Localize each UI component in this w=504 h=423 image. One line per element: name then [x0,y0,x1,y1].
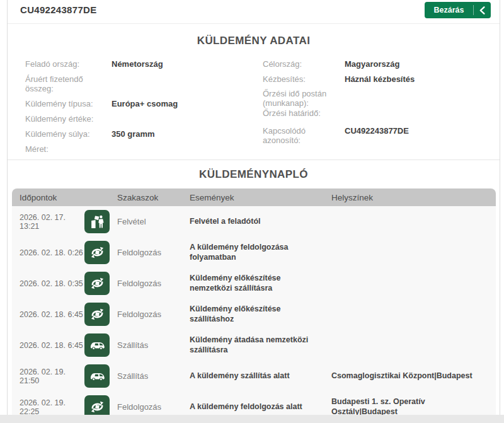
stage-icon-cell [84,272,117,295]
shipment-log-table: Időpontok Szakaszok Események Helyszínek… [12,188,496,415]
field-label: Feladó ország: [25,59,112,69]
stage-label: Feldolgozás [117,310,190,319]
field-label: Küldemény típusa: [25,99,112,108]
event-location: Csomaglogisztikai Központ|Budapest [331,371,496,381]
event-timestamp: 2026. 02. 19. 22:25 [20,398,84,415]
data-field-row: Küldemény súlya: 350 gramm [25,129,263,139]
field-value: Németország [112,59,163,69]
stage-label: Szállítás [117,371,190,381]
event-description: Küldemény átadása nemzetközi szállításra [190,335,331,355]
stage-label: Szállítás [117,340,190,350]
stage-icon-cell [84,395,117,415]
shipment-log-title: KÜLDEMÉNYNAPLÓ [8,168,500,181]
field-value: 350 gramm [112,129,155,139]
data-field-row: Őrzési idő postán (munkanap): [263,90,487,108]
pickup-icon [84,210,110,233]
log-table-body: 2026. 02. 17. 13:21 Felvétel Felvétel a … [12,206,496,415]
event-timestamp: 2026. 02. 19. 21:50 [20,368,84,385]
stage-label: Feldolgozás [117,402,190,412]
shipment-data-title: KÜLDEMÉNY ADATAI [8,35,500,47]
event-description: Küldemény előkészítése szállításhoz [190,304,331,324]
table-row: 2026. 02. 18. 6:45 Szállítás Küldemény á… [12,330,496,361]
field-label: Őrzési idő postán (munkanap): [263,90,345,108]
data-field-row: Kézbesítés: Háznál kézbesítés [263,74,487,84]
field-label: Küldemény értéke: [25,114,112,124]
data-field-row: Küldemény értéke: [25,114,263,124]
field-value: Háznál kézbesítés [345,74,415,84]
table-row: 2026. 02. 17. 13:21 Felvétel Felvétel a … [12,206,496,237]
data-field-row: Küldemény típusa: Európa+ csomag [25,99,263,108]
event-description: A küldemény feldolgozása folyamatban [190,243,331,262]
field-label: Célország: [263,59,345,69]
field-label: Méret: [25,144,112,154]
stage-label: Feldolgozás [117,279,190,288]
field-label: Kézbesítés: [263,74,345,84]
stage-icon-cell [84,303,117,326]
processing-icon [84,303,110,326]
section-divider [8,159,500,160]
shipment-left-column: Feladó ország: Németország Áruért fizete… [25,59,263,159]
stage-icon-cell [84,241,117,264]
event-description: A küldemény feldolgozás alatt [190,402,331,412]
event-timestamp: 2026. 02. 18. 6:45 [20,310,84,319]
stage-icon-cell [84,210,117,233]
data-field-row: Célország: Magyarország [263,59,487,69]
event-description: Felvétel a feladótól [190,217,331,227]
field-label: Őrzési határidő: [263,108,345,118]
table-row: 2026. 02. 19. 21:50 Szállítás A küldemén… [12,361,496,391]
shipment-data-grid: Feladó ország: Németország Áruért fizete… [8,47,500,159]
top-bar: CU492243877DE Bezárás [8,0,500,24]
field-value: Európa+ csomag [112,99,178,108]
event-timestamp: 2026. 02. 18. 0:35 [20,279,84,288]
field-label: Áruért fizetendő összeg: [25,74,112,93]
table-row: 2026. 02. 19. 22:25 Feldolgozás A küldem… [12,391,496,415]
column-header-timestamps: Időpontok [20,193,84,202]
event-description: Küldemény előkészítése nemzetközi szállí… [190,274,331,293]
field-label: Kapcsolódó azonosító: [263,126,345,145]
data-field-row: Kapcsolódó azonosító: CU492243877DE [263,126,487,145]
page-background-strip [0,415,504,423]
column-header-events: Események [190,193,331,202]
column-header-stages: Szakaszok [117,193,190,202]
table-row: 2026. 02. 18. 0:35 Feldolgozás Küldemény… [12,268,496,299]
stage-icon-cell [84,364,117,388]
log-table-header: Időpontok Szakaszok Események Helyszínek [12,188,496,206]
event-location: Budapesti 1. sz. Operatív Osztály|Budape… [331,397,496,415]
event-description: A küldemény szállítás alatt [190,371,331,381]
data-field-row: Feladó ország: Németország [25,59,263,69]
tracking-number: CU492243877DE [20,4,96,15]
truck-icon [84,364,110,388]
event-timestamp: 2026. 02. 18. 0:26 [20,248,84,257]
event-timestamp: 2026. 02. 18. 6:45 [20,341,84,350]
shipment-right-column: Célország: Magyarország Kézbesítés: Házn… [263,59,487,159]
table-row: 2026. 02. 18. 0:26 Feldolgozás A küldemé… [12,237,496,268]
processing-icon [84,395,110,415]
stage-label: Feldolgozás [117,248,190,257]
close-button[interactable]: Bezárás [425,2,491,18]
stage-icon-cell [84,333,117,357]
processing-icon [84,241,110,264]
field-value: Magyarország [345,59,399,69]
data-field-row: Méret: [25,144,263,154]
data-field-row: Áruért fizetendő összeg: [25,74,263,93]
data-field-row: Őrzési határidő: [263,108,487,118]
field-label: Küldemény súlya: [25,129,112,139]
column-header-locations: Helyszínek [331,193,496,202]
stage-label: Felvétel [117,217,190,226]
chevron-left-icon [474,6,491,14]
table-row: 2026. 02. 18. 6:45 Feldolgozás Küldemény… [12,299,496,330]
processing-icon [84,272,110,295]
field-value: CU492243877DE [345,126,409,145]
tracking-detail-panel: CU492243877DE Bezárás KÜLDEMÉNY ADATAI F… [7,0,500,415]
truck-icon [84,333,110,357]
close-button-label: Bezárás [425,6,473,14]
event-timestamp: 2026. 02. 17. 13:21 [20,213,84,231]
